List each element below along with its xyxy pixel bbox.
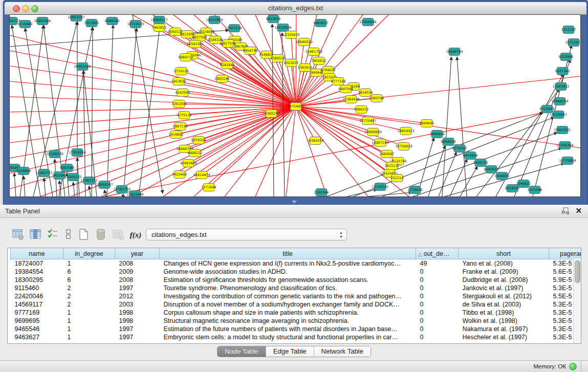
column-header-year[interactable]: year: [115, 248, 160, 259]
graph-edge: [460, 166, 477, 196]
table-cell: 0: [416, 292, 459, 300]
table-cell: de Silva et al. (2003): [459, 300, 549, 309]
status-bar: Memory: OK: [0, 360, 588, 372]
tab-edge-table[interactable]: Edge Table: [266, 346, 314, 357]
import-table-icon[interactable]: [112, 228, 125, 242]
row-height-icon[interactable]: [61, 228, 75, 242]
graph-node-label: 1527602: [84, 21, 99, 25]
table-selector-dropdown[interactable]: citations_edges.txt ▲▼: [146, 229, 347, 240]
graph-node-label: 2684067: [380, 152, 395, 156]
table-cell: 9463627: [11, 333, 63, 341]
table-row[interactable]: 946554611997Estimation of the future num…: [11, 325, 582, 333]
vertical-scrollbar[interactable]: [573, 259, 581, 343]
graph-edge: [286, 106, 296, 196]
float-panel-icon[interactable]: [561, 207, 570, 215]
table-cell: 1997: [115, 333, 160, 341]
citation-graph[interactable]: 2405572491154602089140610653287152760284…: [10, 15, 580, 196]
close-panel-icon[interactable]: ✕: [575, 206, 582, 215]
column-header-pagerank[interactable]: pagerank: [549, 248, 582, 259]
delete-table-icon[interactable]: [94, 228, 107, 242]
tab-node-table[interactable]: Node Table: [217, 346, 266, 357]
graph-node-label: 17957272: [80, 179, 97, 183]
graph-node-label: 1615132: [385, 164, 400, 168]
table-row[interactable]: 1872400712008Changes of HCN gene express…: [11, 259, 582, 268]
split-pane-collapse-handle[interactable]: [292, 201, 297, 204]
graph-node-label: 9777169: [331, 79, 346, 83]
table-cell: 0: [416, 300, 459, 309]
network-canvas[interactable]: 2405572491154602089140610653287152760284…: [9, 14, 581, 197]
table-cell: 1: [63, 317, 115, 325]
graph-node-label: 12444154: [551, 99, 568, 103]
graph-node-label: 15720407: [359, 119, 376, 123]
select-rows-icon[interactable]: [46, 228, 59, 242]
table-selector-value: citations_edges.txt: [151, 231, 207, 238]
graph-node-label: 3624554: [358, 91, 373, 95]
table-cell: 49: [416, 259, 459, 268]
table-cell: Structural magnetic resonance image aver…: [160, 317, 416, 325]
new-table-icon[interactable]: [77, 228, 90, 242]
status-divider: [581, 361, 581, 372]
graph-node-label: 1733426: [408, 188, 423, 192]
table-cell: 2008: [115, 259, 160, 268]
graph-node-label: 17359924: [69, 150, 85, 155]
function-builder-icon[interactable]: f(x): [129, 228, 142, 242]
table-cell: Franke et al. (2009): [459, 268, 549, 276]
column-header-short[interactable]: short: [459, 248, 549, 259]
column-header-in_degree[interactable]: in_degree: [63, 248, 115, 259]
table-cell: 1998: [115, 317, 160, 325]
table-row[interactable]: 977716911998Corpus callosum shape and si…: [11, 309, 582, 317]
graph-edge: [227, 65, 296, 106]
table-row[interactable]: 969969511998Structural magnetic resonanc…: [11, 317, 582, 325]
table-cell: 2: [63, 284, 115, 292]
table-cell: 0: [416, 276, 459, 284]
graph-node-label: 19218506: [274, 26, 291, 30]
graph-node-label: 9227343: [555, 69, 570, 73]
graph-node-label: 14136141: [372, 185, 388, 189]
window-titlebar[interactable]: citations_edges.txt: [5, 2, 586, 15]
scrollbar-thumb[interactable]: [575, 260, 580, 283]
graph-node-label: 12093832: [552, 84, 569, 89]
show-columns-icon[interactable]: [29, 228, 42, 242]
tab-network-table[interactable]: Network Table: [314, 346, 371, 357]
memory-status-label: Memory: OK: [533, 363, 567, 369]
table-cell: 1: [63, 309, 115, 317]
graph-node-label: 8522037: [284, 61, 299, 65]
column-header-title[interactable]: title: [160, 248, 416, 259]
graph-node-label: 16914479: [193, 173, 210, 177]
table-cell: 0: [416, 325, 459, 333]
dropdown-arrows-icon: ▲▼: [339, 231, 343, 239]
table-cell: 9465546: [11, 325, 63, 333]
table-row[interactable]: 2242004622012Investigating the contribut…: [11, 292, 582, 300]
graph-node-label: 9524502: [505, 186, 520, 190]
graph-node-label: 7955812: [312, 59, 326, 63]
table-cell: Tourette syndrome. Phenomenology and cla…: [160, 284, 416, 292]
graph-node-label: 9699695: [420, 121, 434, 125]
table-cell: Tibbo et al. (1998): [459, 309, 549, 317]
graph-node-label: 8968712: [179, 55, 193, 59]
table-row[interactable]: 1830029562008Estimation of significance …: [11, 276, 582, 284]
table-cell: Stergiakouli et al. (2012): [459, 292, 549, 300]
graph-node-label: 16210643: [550, 113, 567, 117]
table-cell: 2009: [115, 268, 160, 276]
graph-node-label: 9463627: [314, 21, 329, 25]
column-header-name[interactable]: name: [11, 248, 63, 259]
column-header-out_de[interactable]: △out_de…: [416, 248, 459, 259]
table-cell: Embryonic stem cells: a model to study s…: [160, 333, 416, 341]
table-cell: Nakamura et al. (1997): [459, 325, 549, 333]
graph-node-label: 2803144: [215, 77, 230, 81]
graph-node-label: 1362615: [298, 65, 313, 70]
table-settings-icon[interactable]: [11, 228, 25, 242]
table-row[interactable]: 911546021997Tourette syndrome. Phenomeno…: [11, 284, 582, 292]
table-row[interactable]: 1456911722003Disruption of a novel membe…: [11, 300, 582, 309]
graph-edge: [10, 106, 296, 112]
graph-edge: [122, 194, 123, 196]
graph-node-label: 15751074: [565, 40, 580, 45]
table-row[interactable]: 946362711997Embryonic stem cells: a mode…: [11, 333, 582, 341]
table-row[interactable]: 1938455462009Genome-wide association stu…: [11, 268, 582, 276]
graph-node-label: 16543382: [186, 42, 203, 46]
table-cell: 0: [416, 317, 459, 325]
graph-node-label: 9097588: [60, 166, 75, 170]
table-panel-header: Table Panel ✕: [0, 205, 588, 218]
table-cell: Disruption of a novel member of a sodium…: [160, 300, 416, 309]
network-view-window: citations_edges.txt 24055724911546020891…: [3, 0, 588, 205]
